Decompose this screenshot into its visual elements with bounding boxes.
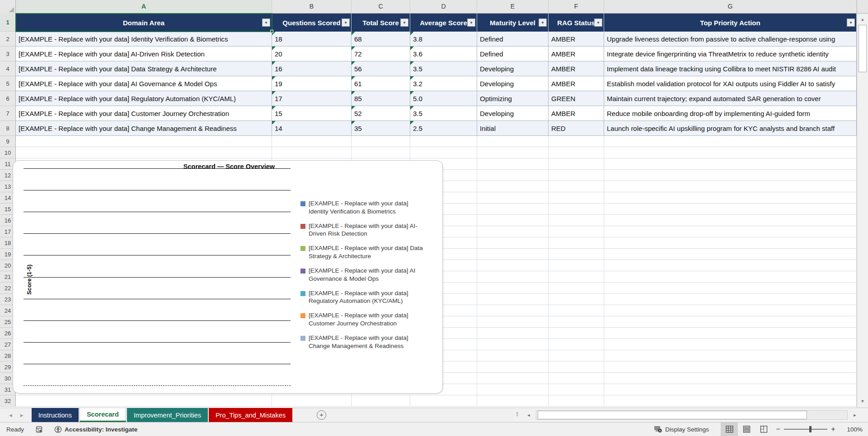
cell-E28[interactable] [477, 350, 549, 361]
view-page-break-button[interactable] [755, 422, 772, 436]
view-page-layout-button[interactable] [738, 422, 755, 436]
column-header-E[interactable]: E [477, 0, 549, 14]
row-header-8[interactable]: 8 [0, 121, 16, 136]
cell-B8[interactable]: 14 [272, 121, 352, 135]
cell-E7[interactable]: Developing [477, 106, 549, 121]
cell-G22[interactable] [604, 283, 857, 293]
cell-E15[interactable] [477, 204, 549, 214]
cell-B9[interactable] [272, 136, 352, 147]
scroll-left-button[interactable]: ◄ [523, 410, 534, 420]
cell-F19[interactable] [549, 249, 604, 260]
row-header-9[interactable]: 9 [0, 136, 16, 147]
cell-E13[interactable] [477, 181, 549, 192]
cell-E31[interactable] [477, 384, 549, 395]
row-header-32[interactable]: 32 [0, 395, 16, 407]
filter-dropdown-button[interactable] [467, 19, 475, 27]
cell-E22[interactable] [477, 283, 549, 293]
cell-A9[interactable] [16, 136, 272, 147]
cell-D32[interactable] [410, 395, 477, 406]
cell-D9[interactable] [410, 136, 477, 147]
row-header-1[interactable]: 1 [0, 14, 16, 32]
cell-A8[interactable]: [EXAMPLE - Replace with your data] Chang… [16, 121, 272, 135]
cell-G8[interactable]: Launch role-specific AI upskilling progr… [604, 121, 857, 135]
cell-E27[interactable] [477, 339, 549, 350]
cell-B7[interactable]: 15 [272, 106, 352, 121]
cell-E17[interactable] [477, 226, 549, 237]
cell-F18[interactable] [549, 237, 604, 248]
cell-E11[interactable] [477, 158, 549, 169]
column-header-A[interactable]: A [16, 0, 272, 14]
cell-C3[interactable]: 72 [352, 46, 410, 61]
cell-F15[interactable] [549, 204, 604, 214]
cell-D8[interactable]: 2.5 [410, 121, 477, 135]
cell-C7[interactable]: 52 [352, 106, 410, 121]
select-all-button[interactable] [0, 0, 16, 14]
record-macro-icon[interactable] [36, 426, 42, 433]
zoom-level[interactable]: 100% [839, 426, 863, 433]
filter-dropdown-button[interactable] [400, 19, 408, 27]
cell-F17[interactable] [549, 226, 604, 237]
sheet-tab-pro-tips-and-mistakes[interactable]: Pro_Tips_and_Mistakes [209, 408, 292, 422]
cell-E19[interactable] [477, 249, 549, 260]
sheet-tab-scorecard[interactable]: Scorecard [80, 408, 126, 422]
cell-B2[interactable]: 18 [272, 32, 352, 46]
column-header-G[interactable]: G [604, 0, 857, 14]
cell-E3[interactable]: Defined [477, 46, 549, 61]
cell-G15[interactable] [604, 204, 857, 214]
horizontal-scrollbar[interactable]: ⁞⁞ ◄ ► [514, 408, 868, 422]
cell-F2[interactable]: AMBER [549, 32, 604, 46]
cell-B32[interactable] [272, 395, 352, 406]
cell-E5[interactable]: Developing [477, 76, 549, 91]
cell-F14[interactable] [549, 192, 604, 203]
new-sheet-button[interactable]: + [317, 410, 326, 420]
cell-G25[interactable] [604, 316, 857, 327]
cell-E29[interactable] [477, 362, 549, 372]
zoom-slider-handle[interactable] [809, 426, 812, 432]
cell-F4[interactable]: AMBER [549, 61, 604, 76]
cell-G7[interactable]: Reduce mobile onboarding drop-off by imp… [604, 106, 857, 121]
scroll-right-button[interactable]: ► [849, 410, 860, 420]
sheet-tab-instructions[interactable]: Instructions [32, 408, 79, 422]
cell-C5[interactable]: 61 [352, 76, 410, 91]
column-header-F[interactable]: F [549, 0, 604, 14]
view-normal-button[interactable] [721, 422, 738, 436]
cell-C8[interactable]: 35 [352, 121, 410, 135]
cell-E9[interactable] [477, 136, 549, 147]
filter-dropdown-button[interactable] [342, 19, 350, 27]
row-header-4[interactable]: 4 [0, 61, 16, 76]
cell-F12[interactable] [549, 170, 604, 181]
header-cell-questions[interactable]: Questions Scored [272, 14, 352, 32]
cell-F23[interactable] [549, 294, 604, 305]
row-header-10[interactable]: 10 [0, 147, 16, 158]
cell-F25[interactable] [549, 316, 604, 327]
cell-C4[interactable]: 56 [352, 61, 410, 76]
cell-F26[interactable] [549, 328, 604, 339]
header-cell-domain[interactable]: Domain Area [16, 14, 272, 32]
cell-G21[interactable] [604, 271, 857, 282]
sheet-tab-improvement-priorities[interactable]: Improvement_Priorities [127, 408, 208, 422]
cell-F11[interactable] [549, 158, 604, 169]
cell-F22[interactable] [549, 283, 604, 293]
cell-D5[interactable]: 3.2 [410, 76, 477, 91]
cell-C2[interactable]: 68 [352, 32, 410, 46]
prev-sheet-arrow-icon[interactable]: ◄ [8, 413, 13, 418]
vertical-scrollbar-thumb[interactable] [859, 25, 867, 72]
header-cell-rag[interactable]: RAG Status [549, 14, 604, 32]
cell-F20[interactable] [549, 260, 604, 271]
cell-D7[interactable]: 3.5 [410, 106, 477, 121]
cell-B4[interactable]: 16 [272, 61, 352, 76]
cell-B3[interactable]: 20 [272, 46, 352, 61]
cell-A10[interactable] [16, 147, 272, 158]
cell-G32[interactable] [604, 395, 857, 406]
cell-E4[interactable]: Developing [477, 61, 549, 76]
cell-F13[interactable] [549, 181, 604, 192]
cell-E32[interactable] [477, 395, 549, 406]
cell-A2[interactable]: [EXAMPLE - Replace with your data] Ident… [16, 32, 272, 46]
cell-F32[interactable] [549, 395, 604, 406]
row-header-5[interactable]: 5 [0, 76, 16, 91]
column-header-C[interactable]: C [352, 0, 410, 14]
cell-G13[interactable] [604, 181, 857, 192]
vertical-scrollbar[interactable]: ▲ ▼ [857, 0, 868, 408]
cell-E14[interactable] [477, 192, 549, 203]
cell-G11[interactable] [604, 158, 857, 169]
